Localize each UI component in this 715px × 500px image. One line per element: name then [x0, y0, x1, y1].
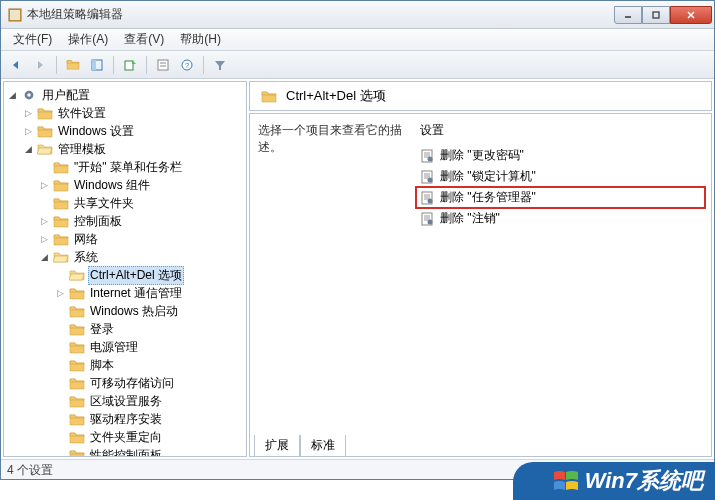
tree-software[interactable]: 软件设置 — [22, 104, 244, 122]
gear-icon — [21, 88, 37, 102]
folder-icon — [53, 196, 69, 210]
tree-locale[interactable]: 区域设置服务 — [54, 392, 244, 410]
export-button[interactable] — [119, 54, 141, 76]
detail-header: Ctrl+Alt+Del 选项 — [249, 81, 712, 111]
tree-folder-redirect[interactable]: 文件夹重定向 — [54, 428, 244, 446]
tree-shared-folders[interactable]: 共享文件夹 — [38, 194, 244, 212]
tree-perf-cpanel[interactable]: 性能控制面板 — [54, 446, 244, 457]
svg-rect-14 — [92, 60, 96, 70]
tab-extended[interactable]: 扩展 — [254, 435, 300, 457]
settings-list: 设置 删除 "更改密码" 删除 "锁定计算机" 删除 "任务管理器" 删除 "注… — [410, 114, 711, 456]
tree-ctrl-alt-del[interactable]: Ctrl+Alt+Del 选项 — [54, 266, 244, 284]
folder-icon — [69, 286, 85, 300]
setting-change-password[interactable]: 删除 "更改密码" — [416, 145, 705, 166]
policy-icon — [420, 212, 434, 226]
tab-standard[interactable]: 标准 — [300, 435, 346, 457]
folder-icon — [261, 89, 277, 103]
policy-icon — [420, 149, 434, 163]
folder-icon — [53, 232, 69, 246]
policy-icon — [420, 191, 434, 205]
tree-hotstart[interactable]: Windows 热启动 — [54, 302, 244, 320]
detail-title: Ctrl+Alt+Del 选项 — [286, 87, 386, 105]
up-button[interactable] — [62, 54, 84, 76]
close-button[interactable] — [670, 6, 712, 24]
menu-file[interactable]: 文件(F) — [5, 29, 60, 50]
menubar: 文件(F) 操作(A) 查看(V) 帮助(H) — [1, 29, 714, 51]
content-area: 用户配置 软件设置 Windows 设置 管理模板 "开始" 菜单和任务栏 Wi… — [1, 79, 714, 459]
description-prompt: 选择一个项目来查看它的描述。 — [258, 123, 402, 154]
tree-driver-install[interactable]: 驱动程序安装 — [54, 410, 244, 428]
folder-icon — [53, 214, 69, 228]
folder-open-icon — [69, 268, 85, 282]
folder-icon — [69, 412, 85, 426]
svg-text:?: ? — [185, 61, 190, 70]
maximize-button[interactable] — [642, 6, 670, 24]
menu-view[interactable]: 查看(V) — [116, 29, 172, 50]
folder-icon — [37, 124, 53, 138]
folder-icon — [69, 376, 85, 390]
policy-icon — [420, 170, 434, 184]
windows-logo-icon — [553, 468, 579, 494]
svg-rect-16 — [158, 60, 168, 70]
help-button[interactable]: ? — [176, 54, 198, 76]
tree-internet-comm[interactable]: Internet 通信管理 — [54, 284, 244, 302]
tree-scripts[interactable]: 脚本 — [54, 356, 244, 374]
watermark: Win7系统吧 — [513, 462, 715, 500]
folder-icon — [69, 394, 85, 408]
detail-tabs: 扩展 标准 — [254, 435, 346, 457]
app-icon — [7, 7, 23, 23]
toolbar: ? — [1, 51, 714, 79]
properties-button[interactable] — [152, 54, 174, 76]
tree-panel[interactable]: 用户配置 软件设置 Windows 设置 管理模板 "开始" 菜单和任务栏 Wi… — [3, 81, 247, 457]
filter-button[interactable] — [209, 54, 231, 76]
tree-network[interactable]: 网络 — [38, 230, 244, 248]
tree-system[interactable]: 系统 — [38, 248, 244, 266]
main-window: 本地组策略编辑器 文件(F) 操作(A) 查看(V) 帮助(H) ? 用户配置 — [0, 0, 715, 480]
setting-logoff[interactable]: 删除 "注销" — [416, 208, 705, 229]
folder-icon — [37, 106, 53, 120]
menu-help[interactable]: 帮助(H) — [172, 29, 229, 50]
description-area: 选择一个项目来查看它的描述。 — [250, 114, 410, 456]
tree-logon[interactable]: 登录 — [54, 320, 244, 338]
tree-power[interactable]: 电源管理 — [54, 338, 244, 356]
menu-action[interactable]: 操作(A) — [60, 29, 116, 50]
tree-control-panel[interactable]: 控制面板 — [38, 212, 244, 230]
svg-rect-10 — [653, 12, 659, 18]
minimize-button[interactable] — [614, 6, 642, 24]
folder-open-icon — [37, 142, 53, 156]
forward-button[interactable] — [29, 54, 51, 76]
folder-icon — [53, 178, 69, 192]
svg-rect-15 — [125, 61, 133, 70]
detail-body: 选择一个项目来查看它的描述。 设置 删除 "更改密码" 删除 "锁定计算机" 删… — [249, 113, 712, 457]
folder-open-icon — [53, 250, 69, 264]
detail-panel: Ctrl+Alt+Del 选项 选择一个项目来查看它的描述。 设置 删除 "更改… — [249, 81, 712, 457]
show-hide-button[interactable] — [86, 54, 108, 76]
tree-start-menu[interactable]: "开始" 菜单和任务栏 — [38, 158, 244, 176]
tree-admin-templates[interactable]: 管理模板 — [22, 140, 244, 158]
tree-win-components[interactable]: Windows 组件 — [38, 176, 244, 194]
tree-root[interactable]: 用户配置 — [6, 86, 244, 104]
folder-icon — [53, 160, 69, 174]
folder-icon — [69, 322, 85, 336]
folder-icon — [69, 448, 85, 457]
tree-windows-settings[interactable]: Windows 设置 — [22, 122, 244, 140]
window-title: 本地组策略编辑器 — [27, 6, 614, 23]
folder-icon — [69, 358, 85, 372]
folder-icon — [69, 340, 85, 354]
folder-icon — [69, 430, 85, 444]
setting-task-manager[interactable]: 删除 "任务管理器" — [416, 187, 705, 208]
setting-lock-computer[interactable]: 删除 "锁定计算机" — [416, 166, 705, 187]
back-button[interactable] — [5, 54, 27, 76]
tree-removable[interactable]: 可移动存储访问 — [54, 374, 244, 392]
folder-icon — [69, 304, 85, 318]
watermark-text: Win7系统吧 — [585, 466, 703, 496]
settings-col-header[interactable]: 设置 — [416, 120, 705, 145]
status-text: 4 个设置 — [7, 463, 53, 477]
titlebar[interactable]: 本地组策略编辑器 — [1, 1, 714, 29]
